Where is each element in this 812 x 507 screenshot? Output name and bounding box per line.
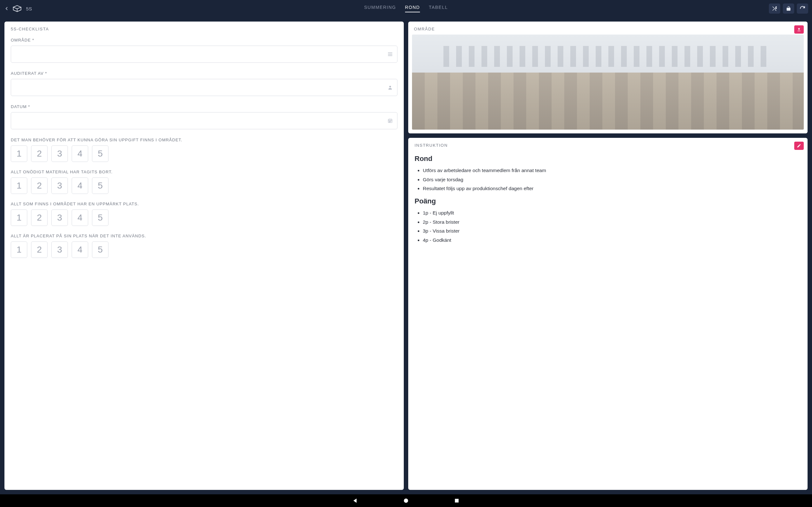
- rating-button[interactable]: 3: [51, 210, 68, 226]
- square-recents-icon: [454, 498, 460, 504]
- instruction-list: Utförs av arbetsledare och teammedlem fr…: [415, 166, 801, 193]
- area-card-title: OMRÅDE: [414, 26, 802, 32]
- instruction-card-title: INSTRUKTION: [415, 143, 801, 148]
- app-logo: [13, 5, 21, 12]
- tab-summering[interactable]: SUMMERING: [364, 5, 396, 12]
- rating-button[interactable]: 2: [31, 146, 48, 162]
- svg-rect-14: [455, 499, 459, 503]
- main-content: 5S-CHECKLISTA OMRÅDE * AUDITERAT AV * DA…: [0, 17, 812, 494]
- svg-rect-0: [388, 53, 392, 53]
- pencil-icon: [797, 144, 801, 148]
- topbar-actions: [769, 3, 808, 14]
- chevron-left-icon: [4, 6, 9, 11]
- question-block: ALLT SOM FINNS I OMRÅDET HAR EN UPPMÄRKT…: [11, 200, 397, 232]
- android-back-button[interactable]: [352, 498, 358, 504]
- shuffle-button[interactable]: [769, 3, 780, 14]
- rating-button[interactable]: 2: [31, 177, 48, 194]
- date-field-label: DATUM *: [11, 104, 397, 109]
- list-item: Görs varje torsdag: [423, 175, 801, 184]
- upload-icon: [797, 27, 801, 32]
- question-block: DET MAN BEHÖVER FÖR ATT KUNNA GÖRA SIN U…: [11, 135, 397, 168]
- upload-button[interactable]: [794, 25, 804, 34]
- person-picker[interactable]: [387, 84, 393, 90]
- rating-button[interactable]: 3: [51, 146, 68, 162]
- left-column: 5S-CHECKLISTA OMRÅDE * AUDITERAT AV * DA…: [4, 21, 404, 490]
- rating-button[interactable]: 5: [92, 146, 108, 162]
- unlock-icon: [786, 6, 791, 11]
- svg-point-3: [389, 86, 391, 88]
- area-image: [412, 35, 804, 130]
- triangle-back-icon: [352, 498, 358, 504]
- rating-row: 1 2 3 4 5: [11, 210, 397, 226]
- back-button[interactable]: [4, 6, 9, 11]
- rating-button[interactable]: 5: [92, 210, 108, 226]
- list-item: Utförs av arbetsledare och teammedlem fr…: [423, 166, 801, 175]
- question-block: ALLT ONÖDIGT MATERIAL HAR TAGITS BORT. 1…: [11, 168, 397, 200]
- android-recents-button[interactable]: [454, 498, 460, 504]
- question-block: ALLT ÄR PLACERAT PÅ SIN PLATS NÄR DET IN…: [11, 232, 397, 264]
- svg-point-11: [389, 122, 390, 122]
- rating-button[interactable]: 4: [72, 241, 88, 258]
- svg-rect-1: [388, 54, 392, 55]
- list-item: 1p - Ej uppfyllt: [423, 209, 801, 218]
- topbar-left: 5S: [4, 5, 32, 12]
- question-text: ALLT ÄR PLACERAT PÅ SIN PLATS NÄR DET IN…: [11, 233, 397, 238]
- instruction-list: 1p - Ej uppfyllt 2p - Stora brister 3p -…: [415, 209, 801, 245]
- tab-tabell[interactable]: TABELL: [429, 5, 448, 12]
- box-icon: [13, 5, 21, 12]
- rating-row: 1 2 3 4 5: [11, 177, 397, 194]
- svg-point-12: [390, 122, 390, 122]
- area-input[interactable]: [11, 46, 397, 63]
- refresh-icon: [800, 6, 805, 11]
- right-column: OMRÅDE INSTRUKTION Rond Utförs av arbets…: [408, 21, 808, 490]
- rating-button[interactable]: 1: [11, 146, 27, 162]
- checklist-title: 5S-CHECKLISTA: [11, 26, 397, 32]
- instruction-body: Rond Utförs av arbetsledare och teammedl…: [415, 152, 801, 249]
- android-home-button[interactable]: [403, 498, 409, 504]
- rating-button[interactable]: 1: [11, 241, 27, 258]
- audited-field-wrap: [11, 79, 397, 96]
- tab-rond[interactable]: ROND: [405, 5, 420, 12]
- rating-button[interactable]: 1: [11, 210, 27, 226]
- menu-icon[interactable]: [387, 51, 393, 57]
- rating-button[interactable]: 3: [51, 241, 68, 258]
- rating-button[interactable]: 3: [51, 177, 68, 194]
- calendar-icon: [388, 118, 393, 123]
- shuffle-icon: [772, 6, 777, 11]
- audited-by-input[interactable]: [11, 79, 397, 96]
- list-item: 4p - Godkänt: [423, 236, 801, 245]
- refresh-button[interactable]: [797, 3, 808, 14]
- edit-button[interactable]: [794, 142, 804, 150]
- instruction-heading: Rond: [415, 155, 801, 163]
- list-item: Resultatet följs upp av produktionschef …: [423, 184, 801, 193]
- area-field-label: OMRÅDE *: [11, 38, 397, 43]
- hamburger-icon: [387, 51, 393, 57]
- android-navbar: [0, 494, 812, 507]
- rating-button[interactable]: 4: [72, 177, 88, 194]
- instruction-card: INSTRUKTION Rond Utförs av arbetsledare …: [408, 138, 808, 490]
- circle-home-icon: [403, 498, 409, 504]
- area-card: OMRÅDE: [408, 21, 808, 133]
- rating-button[interactable]: 5: [92, 241, 108, 258]
- rating-button[interactable]: 4: [72, 146, 88, 162]
- page-title: 5S: [26, 6, 32, 11]
- rating-button[interactable]: 5: [92, 177, 108, 194]
- area-field-wrap: [11, 46, 397, 63]
- rating-button[interactable]: 4: [72, 210, 88, 226]
- tabs: SUMMERING ROND TABELL: [364, 5, 448, 12]
- audited-field-label: AUDITERAT AV *: [11, 71, 397, 76]
- checklist-card: 5S-CHECKLISTA OMRÅDE * AUDITERAT AV * DA…: [4, 21, 404, 490]
- svg-point-9: [390, 121, 390, 121]
- list-item: 2p - Stora brister: [423, 218, 801, 227]
- instruction-heading: Poäng: [415, 197, 801, 205]
- question-text: DET MAN BEHÖVER FÖR ATT KUNNA GÖRA SIN U…: [11, 137, 397, 142]
- date-picker[interactable]: [387, 118, 393, 124]
- date-input[interactable]: [11, 112, 397, 129]
- rating-row: 1 2 3 4 5: [11, 241, 397, 258]
- rating-button[interactable]: 2: [31, 241, 48, 258]
- rating-button[interactable]: 2: [31, 210, 48, 226]
- unlock-button[interactable]: [783, 3, 794, 14]
- date-field-wrap: [11, 112, 397, 129]
- svg-point-10: [391, 121, 391, 121]
- rating-button[interactable]: 1: [11, 177, 27, 194]
